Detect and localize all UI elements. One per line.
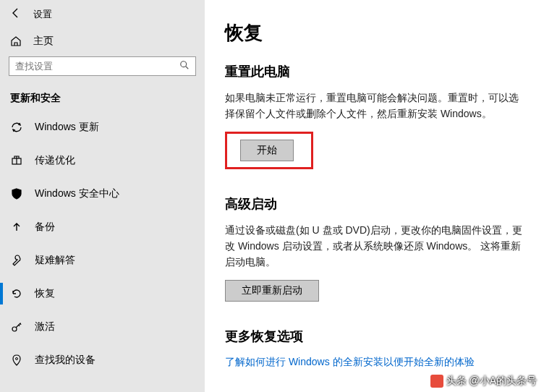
svg-line-1 xyxy=(186,67,189,69)
page-title: 恢复 xyxy=(225,20,524,46)
watermark-icon xyxy=(430,375,443,388)
sidebar-item-label: 疑难解答 xyxy=(35,254,75,267)
restart-now-button[interactable]: 立即重新启动 xyxy=(225,280,319,302)
sidebar-item-label: Windows 更新 xyxy=(35,121,99,134)
window-title: 设置 xyxy=(33,8,52,21)
svg-point-4 xyxy=(16,358,18,360)
sidebar-item-find-my-device[interactable]: 查找我的设备 xyxy=(0,344,205,377)
sidebar-item-delivery-optimization[interactable]: 传递优化 xyxy=(0,144,205,177)
sidebar-item-troubleshoot[interactable]: 疑难解答 xyxy=(0,244,205,277)
delivery-icon xyxy=(10,154,23,167)
fresh-install-link[interactable]: 了解如何进行 Windows 的全新安装以便开始全新的体验 xyxy=(225,356,475,367)
sidebar-item-label: 备份 xyxy=(35,221,55,234)
watermark-text: 头条 @小A的头条号 xyxy=(446,375,537,388)
reset-start-button[interactable]: 开始 xyxy=(240,140,294,161)
advanced-heading: 高级启动 xyxy=(225,195,524,213)
key-icon xyxy=(10,320,23,333)
sidebar-item-windows-security[interactable]: Windows 安全中心 xyxy=(0,177,205,210)
backup-icon xyxy=(10,221,23,234)
sidebar-item-label: 激活 xyxy=(35,320,55,333)
category-heading: 更新和安全 xyxy=(0,85,205,111)
sidebar-item-windows-update[interactable]: Windows 更新 xyxy=(0,111,205,144)
sidebar-item-label: 恢复 xyxy=(35,287,55,300)
reset-button-highlight: 开始 xyxy=(225,132,313,169)
wrench-icon xyxy=(10,254,23,267)
reset-description: 如果电脑未正常运行，重置电脑可能会解决问题。重置时，可以选择保留个人文件或删除个… xyxy=(225,90,524,122)
location-icon xyxy=(10,354,23,367)
shield-icon xyxy=(10,187,23,200)
sidebar: 设置 主页 更新和安全 Windows 更新 传递优化 xyxy=(0,0,205,392)
search-icon[interactable] xyxy=(179,60,190,72)
advanced-section: 高级启动 通过设备或磁盘(如 U 盘或 DVD)启动，更改你的电脑固件设置，更改… xyxy=(225,195,524,302)
sidebar-item-activation[interactable]: 激活 xyxy=(0,310,205,344)
sidebar-item-recovery[interactable]: 恢复 xyxy=(0,277,205,310)
search-input[interactable] xyxy=(15,61,179,72)
watermark: 头条 @小A的头条号 xyxy=(430,375,537,388)
sidebar-item-backup[interactable]: 备份 xyxy=(0,210,205,244)
more-heading: 更多恢复选项 xyxy=(225,328,524,345)
advanced-description: 通过设备或磁盘(如 U 盘或 DVD)启动，更改你的电脑固件设置，更改 Wind… xyxy=(225,223,524,270)
reset-heading: 重置此电脑 xyxy=(225,63,524,80)
svg-point-0 xyxy=(181,61,187,67)
search-wrap xyxy=(0,56,205,85)
back-icon[interactable] xyxy=(10,7,22,22)
sidebar-item-label: 查找我的设备 xyxy=(35,354,95,367)
sync-icon xyxy=(10,121,23,134)
nav-list: Windows 更新 传递优化 Windows 安全中心 备份 疑难解答 xyxy=(0,111,205,392)
home-icon xyxy=(10,35,22,47)
sidebar-item-label: 传递优化 xyxy=(35,154,75,167)
sidebar-item-label: Windows 安全中心 xyxy=(35,187,119,200)
reset-section: 重置此电脑 如果电脑未正常运行，重置电脑可能会解决问题。重置时，可以选择保留个人… xyxy=(225,63,524,169)
home-row[interactable]: 主页 xyxy=(0,27,205,56)
recovery-icon xyxy=(10,287,23,300)
main-content: 恢复 重置此电脑 如果电脑未正常运行，重置电脑可能会解决问题。重置时，可以选择保… xyxy=(205,0,544,392)
search-box[interactable] xyxy=(9,56,196,76)
more-section: 更多恢复选项 了解如何进行 Windows 的全新安装以便开始全新的体验 xyxy=(225,328,524,369)
home-label: 主页 xyxy=(33,35,54,48)
header-row: 设置 xyxy=(0,0,205,27)
